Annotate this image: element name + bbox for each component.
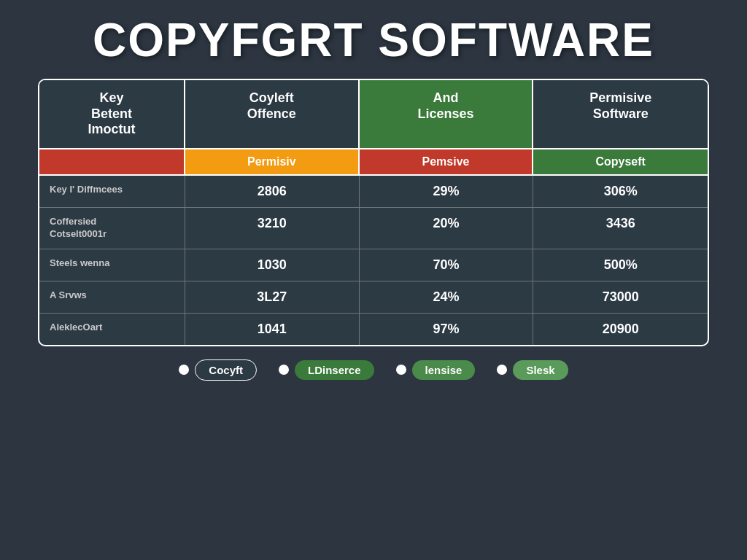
legend-item-1: Cocyft <box>179 359 257 381</box>
row-4-col2: 24% <box>360 281 534 313</box>
page-title: COPYFGRT SOFTWARE <box>93 13 654 67</box>
legend-label-3: lensise <box>412 360 476 380</box>
legend-item-2: LDinserce <box>279 360 374 380</box>
row-3-col1: 1030 <box>185 249 360 281</box>
subheader-pemive: Pemsive <box>360 149 534 174</box>
row-5-col3: 20900 <box>533 314 708 345</box>
comparison-table: KeyBetentImoctut CoyleftOffence AndLicen… <box>38 79 709 346</box>
header-key: KeyBetentImoctut <box>39 80 185 148</box>
row-4-col1: 3L27 <box>185 281 360 313</box>
header-and-licenses: AndLicenses <box>360 80 534 148</box>
row-label-5: AleklecOart <box>39 314 185 345</box>
row-5-col1: 1041 <box>185 314 360 345</box>
header-permissive: PermisiveSoftware <box>533 80 708 148</box>
header-copyleft: CoyleftOffence <box>185 80 360 148</box>
row-1-col2: 29% <box>360 176 534 207</box>
table-row: Key I' Diffmcees 2806 29% 306% <box>39 176 708 208</box>
row-3-col2: 70% <box>360 249 534 281</box>
legend: Cocyft LDinserce lensise Slesk <box>179 359 568 386</box>
legend-dot-2 <box>279 365 289 375</box>
legend-item-4: Slesk <box>497 360 568 380</box>
subheader-impact <box>39 149 185 174</box>
row-1-col1: 2806 <box>185 176 360 207</box>
subheader-permisv: Permisiv <box>185 149 360 174</box>
table-row: Steels wenna 1030 70% 500% <box>39 249 708 281</box>
row-2-col1: 3210 <box>185 208 360 249</box>
table-row: A Srvws 3L27 24% 73000 <box>39 281 708 314</box>
row-2-col3: 3436 <box>533 208 708 249</box>
row-2-col2: 20% <box>360 208 534 249</box>
subheader-row: Permisiv Pemsive Copyseft <box>39 149 708 176</box>
row-3-col3: 500% <box>533 249 708 281</box>
table-row: CoffersiedCotselt0001r 3210 20% 3436 <box>39 208 708 249</box>
legend-label-2: LDinserce <box>295 360 374 380</box>
row-4-col3: 73000 <box>533 281 708 313</box>
subheader-copyseft: Copyseft <box>533 149 708 174</box>
row-label-3: Steels wenna <box>39 249 185 281</box>
row-5-col2: 97% <box>360 314 534 345</box>
row-1-col3: 306% <box>533 176 708 207</box>
legend-dot-4 <box>497 365 507 375</box>
row-label-4: A Srvws <box>39 281 185 313</box>
legend-dot-3 <box>396 365 406 375</box>
legend-label-1: Cocyft <box>195 359 257 381</box>
table-row: AleklecOart 1041 97% 20900 <box>39 314 708 345</box>
table-header-row: KeyBetentImoctut CoyleftOffence AndLicen… <box>39 80 708 149</box>
legend-label-4: Slesk <box>513 360 568 380</box>
legend-dot-1 <box>179 365 189 375</box>
row-label-2: CoffersiedCotselt0001r <box>39 208 185 249</box>
legend-item-3: lensise <box>396 360 476 380</box>
row-label-1: Key I' Diffmcees <box>39 176 185 207</box>
